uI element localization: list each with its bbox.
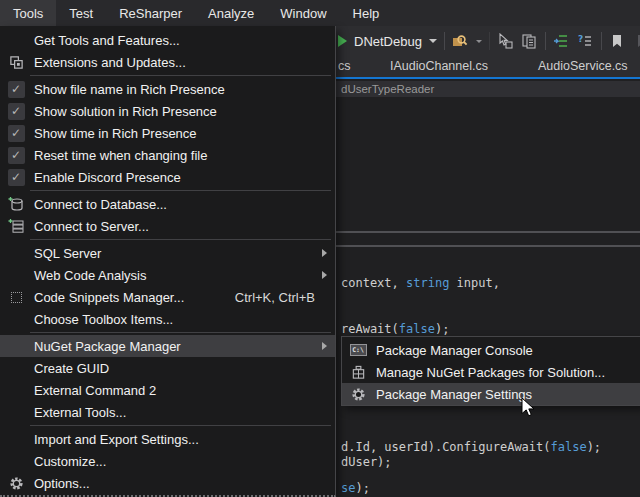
menu-separator — [30, 75, 331, 76]
console-icon-label: C:\ — [350, 344, 367, 356]
snippets-icon — [4, 287, 28, 307]
tools-menu-item-sql-server[interactable]: SQL Server — [0, 242, 335, 264]
tools-menu: Get Tools and Features...Extensions and … — [0, 26, 336, 497]
member-separator-line — [336, 231, 640, 233]
menu-separator — [30, 239, 331, 240]
tab-iaudiochannel-cs[interactable]: IAudioChannel.cs — [390, 56, 488, 77]
find-in-files-icon[interactable] — [452, 33, 469, 50]
tools-menu-item-label: Web Code Analysis — [34, 268, 147, 283]
run-config-caret-icon[interactable] — [429, 39, 437, 43]
find-options-caret-icon[interactable] — [476, 40, 482, 43]
checkmark-icon: ✓ — [4, 167, 28, 187]
tools-menu-item-label: Connect to Server... — [34, 219, 149, 234]
tools-menu-item-code-snippets-manager[interactable]: Code Snippets Manager...Ctrl+K, Ctrl+B — [0, 286, 335, 308]
toolbar-separator — [489, 32, 490, 50]
tools-menu-item-options[interactable]: Options... — [0, 472, 335, 494]
svg-text:?: ? — [578, 34, 583, 44]
toolbar-separator — [545, 32, 546, 50]
tools-menu-item-label: External Tools... — [34, 405, 126, 420]
tools-menu-item-label: Connect to Database... — [34, 197, 167, 212]
tools-menu-item-nuget-package-manager[interactable]: NuGet Package Manager — [0, 335, 335, 357]
checkmark-box: ✓ — [8, 169, 25, 186]
run-play-icon[interactable] — [338, 35, 347, 47]
breadcrumb[interactable]: dUserTypeReader — [336, 81, 640, 97]
shortcut-label: Ctrl+K, Ctrl+B — [235, 290, 315, 305]
tools-menu-item-label: Get Tools and Features... — [34, 33, 180, 48]
menubar-item-help[interactable]: Help — [340, 0, 393, 26]
tools-menu-item-connect-to-server[interactable]: Connect to Server... — [0, 215, 335, 237]
menubar-item-analyze[interactable]: Analyze — [195, 0, 267, 26]
package-icon — [346, 362, 370, 382]
gear-icon — [4, 473, 28, 493]
tools-menu-item-choose-toolbox-items[interactable]: Choose Toolbox Items... — [0, 308, 335, 330]
toolbar-separator — [601, 32, 602, 50]
database-add-icon — [4, 194, 28, 214]
code-line: d.Id, userId).ConfigureAwait(false); — [341, 440, 601, 455]
extensions-icon — [4, 52, 28, 72]
tools-menu-item-show-file-name-in-rich-presence[interactable]: ✓Show file name in Rich Presence — [0, 78, 335, 100]
tools-menu-item-label: Show solution in Rich Presence — [34, 104, 217, 119]
tools-menu-item-label: Import and Export Settings... — [34, 432, 199, 447]
tab-cs[interactable]: cs — [338, 56, 351, 77]
tools-menu-item-label: Customize... — [34, 454, 106, 469]
menubar-item-window[interactable]: Window — [267, 0, 339, 26]
checkmark-box: ✓ — [8, 81, 25, 98]
bookmark-previous-icon[interactable] — [633, 33, 640, 50]
tools-menu-item-enable-discord-presence[interactable]: ✓Enable Discord Presence — [0, 166, 335, 188]
tools-menu-item-reset-time-when-changing-file[interactable]: ✓Reset time when changing file — [0, 144, 335, 166]
copy-document-icon[interactable] — [521, 33, 538, 50]
submenu-arrow-icon — [322, 249, 327, 257]
nuget-submenu-item-label: Manage NuGet Packages for Solution... — [376, 365, 605, 380]
toolbar-separator — [444, 32, 445, 50]
code-line: dUser); — [341, 455, 392, 470]
gear-icon — [346, 384, 370, 404]
tools-menu-item-import-and-export-settings[interactable]: Import and Export Settings... — [0, 428, 335, 450]
nuget-submenu-item-package-manager-console[interactable]: C:\Package Manager Console — [342, 339, 640, 361]
tools-menu-item-connect-to-database[interactable]: Connect to Database... — [0, 193, 335, 215]
nuget-package-manager-submenu: C:\Package Manager ConsoleManage NuGet P… — [341, 336, 640, 406]
tab-audioservice-cs[interactable]: AudioService.cs — [538, 56, 628, 77]
toolbar: DNetDebug ? — [336, 26, 640, 56]
mouse-cursor — [521, 397, 535, 418]
tab-strip: csIAudioChannel.csAudioService.cs — [336, 56, 640, 79]
checkmark-icon: ✓ — [4, 145, 28, 165]
menubar-item-test[interactable]: Test — [56, 0, 106, 26]
bookmark-icon[interactable] — [609, 33, 626, 50]
checkmark-icon: ✓ — [4, 101, 28, 121]
tools-menu-item-external-tools[interactable]: External Tools... — [0, 401, 335, 423]
tools-menu-item-label: Extensions and Updates... — [34, 55, 186, 70]
menubar-item-resharper[interactable]: ReSharper — [106, 0, 195, 26]
format-question-icon[interactable]: ? — [577, 33, 594, 50]
tools-menu-item-extensions-and-updates[interactable]: Extensions and Updates... — [0, 51, 335, 73]
tools-menu-item-label: Reset time when changing file — [34, 148, 207, 163]
checkmark-box: ✓ — [8, 103, 25, 120]
navigate-pointer-icon[interactable] — [497, 33, 514, 50]
tools-menu-item-show-time-in-rich-presence[interactable]: ✓Show time in Rich Presence — [0, 122, 335, 144]
member-separator-line — [336, 245, 640, 247]
tools-menu-item-show-solution-in-rich-presence[interactable]: ✓Show solution in Rich Presence — [0, 100, 335, 122]
tools-menu-item-label: Show time in Rich Presence — [34, 126, 197, 141]
tools-menu-item-customize[interactable]: Customize... — [0, 450, 335, 472]
nuget-submenu-item-package-manager-settings[interactable]: Package Manager Settings — [342, 383, 640, 405]
tools-menu-item-label: NuGet Package Manager — [34, 339, 181, 354]
code-line: reAwait(false); — [341, 322, 449, 337]
checkmark-box: ✓ — [8, 147, 25, 164]
submenu-arrow-icon — [322, 342, 327, 350]
tools-menu-item-web-code-analysis[interactable]: Web Code Analysis — [0, 264, 335, 286]
nuget-submenu-item-label: Package Manager Settings — [376, 387, 532, 402]
checkmark-icon: ✓ — [4, 123, 28, 143]
tools-menu-item-create-guid[interactable]: Create GUID — [0, 357, 335, 379]
tools-menu-item-label: Choose Toolbox Items... — [34, 312, 173, 327]
menu-separator — [30, 332, 331, 333]
tools-menu-item-label: Options... — [34, 476, 90, 491]
run-configuration-dropdown[interactable]: DNetDebug — [354, 34, 422, 49]
tools-menu-item-external-command-2[interactable]: External Command 2 — [0, 379, 335, 401]
format-indent-icon[interactable] — [553, 33, 570, 50]
menu-separator — [30, 425, 331, 426]
tools-menu-item-label: External Command 2 — [34, 383, 156, 398]
code-editor[interactable]: context, string input,reAwait(false);d.I… — [336, 97, 640, 497]
nuget-submenu-item-manage-nuget-packages-for-solution[interactable]: Manage NuGet Packages for Solution... — [342, 361, 640, 383]
tools-menu-item-get-tools-and-features[interactable]: Get Tools and Features... — [0, 29, 335, 51]
menubar-item-tools[interactable]: Tools — [0, 0, 56, 26]
server-add-icon — [4, 216, 28, 236]
